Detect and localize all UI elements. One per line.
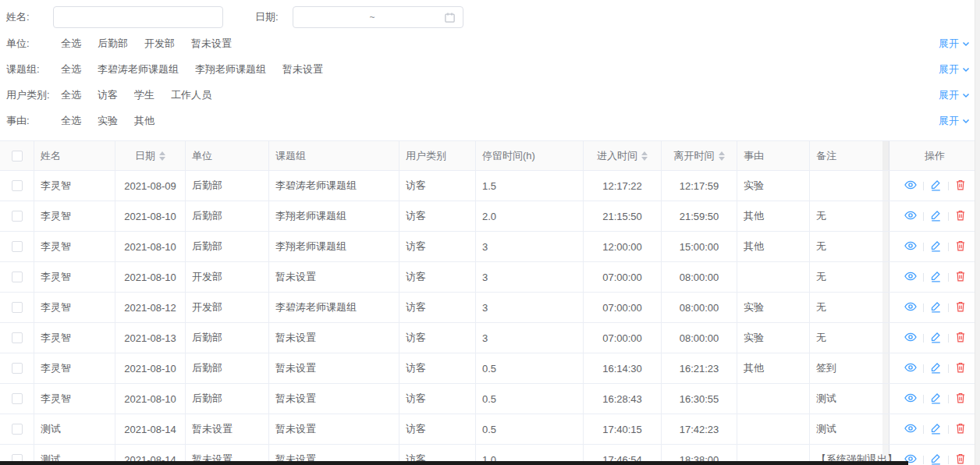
edit-button[interactable] [930, 179, 942, 193]
row-checkbox[interactable] [12, 302, 23, 313]
sort-caret[interactable] [641, 151, 648, 161]
filter-option[interactable]: 工作人员 [171, 88, 211, 102]
filter-option[interactable]: 学生 [134, 88, 154, 102]
view-button[interactable] [904, 300, 917, 315]
delete-button[interactable] [955, 453, 966, 465]
filter-option[interactable]: 访客 [98, 88, 118, 102]
name-date-filter-row: 姓名: 日期: ~ [0, 4, 980, 30]
edit-button[interactable] [930, 270, 942, 285]
edit-button[interactable] [930, 392, 942, 406]
filter-option[interactable]: 全选 [61, 88, 81, 102]
sort-ascending-icon[interactable] [641, 151, 648, 155]
view-button[interactable] [904, 179, 917, 193]
filter-option[interactable]: 李碧涛老师课题组 [98, 62, 179, 76]
expand-toggle[interactable]: 展开 [939, 37, 971, 51]
vertical-scrollbar-track[interactable] [975, 0, 980, 465]
trash-icon [955, 209, 966, 224]
filter-option[interactable]: 后勤部 [98, 37, 128, 51]
cell-text: 李碧涛老师课题组 [275, 300, 357, 314]
horizontal-scrollbar[interactable] [0, 461, 908, 465]
row-checkbox[interactable] [12, 180, 23, 191]
delete-button[interactable] [955, 240, 966, 254]
row-checkbox[interactable] [12, 393, 23, 404]
cell-unit: 后勤部 [186, 171, 269, 201]
expand-toggle[interactable]: 展开 [939, 62, 971, 76]
view-button[interactable] [904, 361, 917, 376]
filter-option[interactable]: 其他 [134, 114, 154, 128]
filter-option[interactable]: 开发部 [144, 37, 175, 51]
edit-button[interactable] [930, 300, 942, 315]
cell-text: 17:42:23 [680, 424, 719, 435]
action-divider [948, 212, 949, 221]
filter-option[interactable]: 全选 [61, 62, 81, 76]
cell-unit: 开发部 [186, 262, 269, 292]
sort-ascending-icon[interactable] [159, 151, 165, 155]
edit-button[interactable] [930, 331, 942, 346]
cell-text: 3 [482, 332, 488, 344]
view-button[interactable] [904, 209, 917, 224]
row-checkbox[interactable] [12, 332, 23, 343]
cell-check [0, 414, 34, 444]
cell-leave_time: 12:17:59 [662, 171, 737, 201]
row-checkbox[interactable] [12, 272, 23, 282]
sort-caret[interactable] [159, 151, 165, 161]
sort-caret[interactable] [719, 151, 725, 161]
cell-enter_time: 07:00:00 [584, 293, 662, 322]
edit-button[interactable] [930, 361, 942, 376]
expand-toggle[interactable]: 展开 [939, 114, 971, 128]
filter-option[interactable]: 实验 [98, 114, 118, 128]
edit-button[interactable] [930, 209, 942, 224]
cell-reason: 实验 [737, 323, 810, 353]
row-checkbox[interactable] [12, 424, 23, 435]
view-button[interactable] [904, 422, 917, 437]
table-row: 测试2021-08-14暂未设置暂未设置访客0.517:40:1517:42:2… [0, 414, 980, 445]
sort-descending-icon[interactable] [159, 157, 165, 161]
filter-option[interactable]: 全选 [61, 37, 81, 51]
select-all-checkbox[interactable] [12, 151, 23, 162]
delete-button[interactable] [955, 179, 966, 193]
name-filter-input[interactable] [53, 6, 223, 28]
view-button[interactable] [904, 392, 917, 406]
edit-button[interactable] [930, 240, 942, 254]
edit-button[interactable] [930, 453, 942, 465]
delete-button[interactable] [955, 300, 966, 315]
delete-button[interactable] [955, 361, 966, 376]
column-label: 备注 [816, 149, 836, 163]
row-checkbox[interactable] [12, 211, 23, 222]
expand-toggle[interactable]: 展开 [939, 88, 971, 102]
edit-button[interactable] [930, 422, 942, 437]
delete-button[interactable] [955, 392, 966, 406]
cell-text: 3 [482, 241, 488, 253]
cell-text: 16:28:43 [602, 393, 642, 405]
date-range-picker[interactable]: ~ [293, 6, 463, 28]
cell-enter_time: 12:17:22 [584, 171, 662, 201]
eye-icon [904, 331, 917, 346]
column-label: 进入时间 [597, 149, 637, 163]
sort-descending-icon[interactable] [641, 157, 648, 161]
delete-button[interactable] [955, 331, 966, 346]
header-cell-reason: 事由 [737, 141, 810, 170]
row-checkbox[interactable] [12, 363, 23, 374]
delete-button[interactable] [955, 422, 966, 437]
eye-icon [904, 209, 917, 224]
filter-option[interactable]: 李翔老师课题组 [195, 62, 266, 76]
view-button[interactable] [904, 331, 917, 346]
filter-option[interactable]: 全选 [61, 114, 81, 128]
filter-option[interactable]: 暂未设置 [191, 37, 232, 51]
column-label: 操作 [925, 149, 945, 163]
table-row: 李灵智2021-08-12开发部李碧涛老师课题组访客307:00:0008:00… [0, 293, 980, 323]
sort-descending-icon[interactable] [719, 157, 725, 161]
header-cell-enter_time: 进入时间 [584, 141, 662, 170]
filter-option[interactable]: 暂未设置 [282, 62, 323, 76]
table-row: 李灵智2021-08-10后勤部李翔老师课题组访客2.021:15:5021:5… [0, 201, 980, 232]
cell-group: 暂未设置 [269, 262, 399, 292]
delete-button[interactable] [955, 270, 966, 285]
view-button[interactable] [904, 270, 917, 285]
row-checkbox[interactable] [12, 241, 23, 252]
cell-text: 2021-08-10 [124, 363, 176, 374]
view-button[interactable] [904, 240, 917, 254]
cell-note: 无 [810, 201, 889, 231]
sort-ascending-icon[interactable] [719, 151, 725, 155]
cell-text: 后勤部 [192, 331, 222, 345]
delete-button[interactable] [955, 209, 966, 224]
